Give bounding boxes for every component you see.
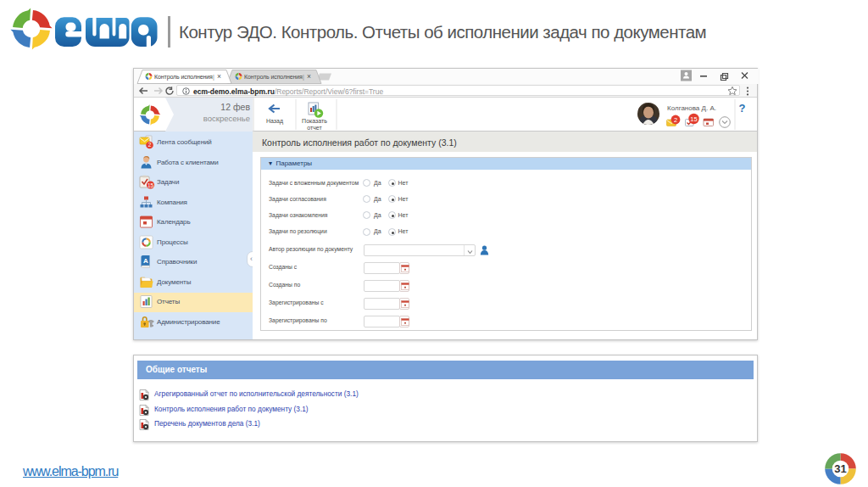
svg-text:15: 15 [690, 115, 697, 123]
svg-text:2: 2 [148, 142, 152, 148]
svg-text:?: ? [739, 102, 746, 115]
svg-text:|: | [213, 73, 214, 81]
svg-text:Показать: Показать [302, 118, 327, 124]
svg-text:отчет: отчет [307, 125, 322, 131]
svg-text:31: 31 [834, 462, 846, 475]
svg-text:|: | [303, 73, 304, 81]
svg-text:A: A [143, 257, 148, 265]
svg-text:15: 15 [147, 182, 154, 188]
svg-text:2: 2 [674, 116, 677, 124]
svg-text:Колганова Д. А.: Колганова Д. А. [667, 104, 716, 112]
svg-text:Контроль исполнения: Контроль исполнения [154, 74, 213, 81]
svg-text:×: × [307, 72, 311, 81]
svg-text:×: × [217, 72, 221, 81]
svg-text:Контроль исполнения: Контроль исполнения [244, 74, 303, 81]
svg-text:Назад: Назад [266, 118, 283, 125]
svg-text:воскресенье: воскресенье [203, 114, 250, 123]
svg-text:12 фев: 12 фев [220, 102, 250, 112]
